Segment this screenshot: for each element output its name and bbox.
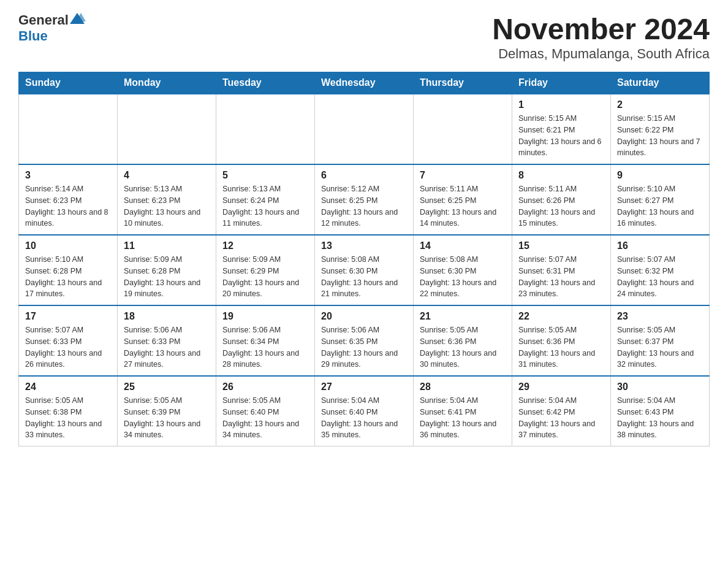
day-number: 1 — [518, 99, 604, 110]
calendar-cell: 4Sunrise: 5:13 AMSunset: 6:23 PMDaylight… — [118, 164, 216, 235]
calendar-cell: 28Sunrise: 5:04 AMSunset: 6:41 PMDayligh… — [414, 376, 512, 446]
day-info: Sunrise: 5:05 AMSunset: 6:38 PMDaylight:… — [25, 395, 111, 441]
calendar-cell: 6Sunrise: 5:12 AMSunset: 6:25 PMDaylight… — [315, 164, 414, 235]
calendar-cell: 8Sunrise: 5:11 AMSunset: 6:26 PMDaylight… — [512, 164, 611, 235]
day-info: Sunrise: 5:05 AMSunset: 6:40 PMDaylight:… — [222, 395, 308, 441]
calendar-week-3: 10Sunrise: 5:10 AMSunset: 6:28 PMDayligh… — [19, 235, 710, 305]
calendar-cell: 7Sunrise: 5:11 AMSunset: 6:25 PMDaylight… — [414, 164, 512, 235]
calendar-cell: 12Sunrise: 5:09 AMSunset: 6:29 PMDayligh… — [216, 235, 315, 305]
day-header-sunday: Sunday — [19, 72, 118, 94]
day-info: Sunrise: 5:13 AMSunset: 6:23 PMDaylight:… — [124, 183, 210, 229]
day-info: Sunrise: 5:13 AMSunset: 6:24 PMDaylight:… — [222, 183, 308, 229]
day-info: Sunrise: 5:04 AMSunset: 6:40 PMDaylight:… — [321, 395, 407, 441]
day-number: 25 — [124, 381, 210, 393]
day-number: 8 — [518, 170, 604, 181]
day-info: Sunrise: 5:09 AMSunset: 6:28 PMDaylight:… — [124, 254, 210, 300]
day-info: Sunrise: 5:09 AMSunset: 6:29 PMDaylight:… — [222, 254, 308, 300]
day-number: 13 — [321, 240, 407, 251]
day-info: Sunrise: 5:11 AMSunset: 6:25 PMDaylight:… — [420, 183, 506, 229]
day-number: 10 — [25, 240, 111, 251]
day-number: 26 — [222, 381, 308, 393]
day-number: 7 — [420, 170, 506, 181]
calendar-header-row: SundayMondayTuesdayWednesdayThursdayFrid… — [19, 72, 710, 94]
day-number: 20 — [321, 311, 407, 322]
day-info: Sunrise: 5:05 AMSunset: 6:39 PMDaylight:… — [124, 395, 210, 441]
day-number: 24 — [25, 381, 111, 393]
calendar-cell: 2Sunrise: 5:15 AMSunset: 6:22 PMDaylight… — [611, 94, 710, 164]
calendar-cell — [19, 94, 118, 164]
day-info: Sunrise: 5:04 AMSunset: 6:41 PMDaylight:… — [420, 395, 506, 441]
day-number: 12 — [222, 240, 308, 251]
day-info: Sunrise: 5:07 AMSunset: 6:32 PMDaylight:… — [617, 254, 703, 300]
calendar-week-2: 3Sunrise: 5:14 AMSunset: 6:23 PMDaylight… — [19, 164, 710, 235]
page-header: General Blue November 2024 Delmas, Mpuma… — [18, 12, 710, 62]
calendar-cell — [414, 94, 512, 164]
day-number: 30 — [617, 381, 703, 393]
calendar-week-1: 1Sunrise: 5:15 AMSunset: 6:21 PMDaylight… — [19, 94, 710, 164]
calendar-cell: 25Sunrise: 5:05 AMSunset: 6:39 PMDayligh… — [118, 376, 216, 446]
page-title: November 2024 — [492, 12, 710, 46]
calendar-cell: 5Sunrise: 5:13 AMSunset: 6:24 PMDaylight… — [216, 164, 315, 235]
day-number: 9 — [617, 170, 703, 181]
logo-icon — [69, 10, 86, 28]
calendar-cell: 20Sunrise: 5:06 AMSunset: 6:35 PMDayligh… — [315, 305, 414, 376]
day-info: Sunrise: 5:11 AMSunset: 6:26 PMDaylight:… — [518, 183, 604, 229]
day-info: Sunrise: 5:07 AMSunset: 6:33 PMDaylight:… — [25, 324, 111, 370]
day-info: Sunrise: 5:10 AMSunset: 6:27 PMDaylight:… — [617, 183, 703, 229]
logo: General Blue — [18, 12, 86, 44]
logo-blue-text: Blue — [18, 28, 48, 44]
calendar-cell: 13Sunrise: 5:08 AMSunset: 6:30 PMDayligh… — [315, 235, 414, 305]
calendar-cell: 21Sunrise: 5:05 AMSunset: 6:36 PMDayligh… — [414, 305, 512, 376]
day-header-monday: Monday — [118, 72, 216, 94]
calendar-cell: 18Sunrise: 5:06 AMSunset: 6:33 PMDayligh… — [118, 305, 216, 376]
calendar-cell: 10Sunrise: 5:10 AMSunset: 6:28 PMDayligh… — [19, 235, 118, 305]
day-header-tuesday: Tuesday — [216, 72, 315, 94]
day-info: Sunrise: 5:14 AMSunset: 6:23 PMDaylight:… — [25, 183, 111, 229]
day-number: 21 — [420, 311, 506, 322]
calendar-cell: 11Sunrise: 5:09 AMSunset: 6:28 PMDayligh… — [118, 235, 216, 305]
day-info: Sunrise: 5:05 AMSunset: 6:36 PMDaylight:… — [518, 324, 604, 370]
calendar-cell: 15Sunrise: 5:07 AMSunset: 6:31 PMDayligh… — [512, 235, 611, 305]
day-number: 16 — [617, 240, 703, 251]
day-number: 23 — [617, 311, 703, 322]
calendar-cell: 29Sunrise: 5:04 AMSunset: 6:42 PMDayligh… — [512, 376, 611, 446]
day-info: Sunrise: 5:15 AMSunset: 6:21 PMDaylight:… — [518, 113, 604, 159]
day-info: Sunrise: 5:15 AMSunset: 6:22 PMDaylight:… — [617, 113, 703, 159]
day-number: 27 — [321, 381, 407, 393]
day-number: 28 — [420, 381, 506, 393]
page-subtitle: Delmas, Mpumalanga, South Africa — [492, 46, 710, 62]
calendar-cell: 1Sunrise: 5:15 AMSunset: 6:21 PMDaylight… — [512, 94, 611, 164]
calendar-cell — [315, 94, 414, 164]
calendar-cell: 23Sunrise: 5:05 AMSunset: 6:37 PMDayligh… — [611, 305, 710, 376]
day-info: Sunrise: 5:05 AMSunset: 6:36 PMDaylight:… — [420, 324, 506, 370]
day-info: Sunrise: 5:07 AMSunset: 6:31 PMDaylight:… — [518, 254, 604, 300]
calendar-cell: 22Sunrise: 5:05 AMSunset: 6:36 PMDayligh… — [512, 305, 611, 376]
day-header-thursday: Thursday — [414, 72, 512, 94]
day-info: Sunrise: 5:06 AMSunset: 6:33 PMDaylight:… — [124, 324, 210, 370]
day-number: 18 — [124, 311, 210, 322]
calendar-cell: 24Sunrise: 5:05 AMSunset: 6:38 PMDayligh… — [19, 376, 118, 446]
day-number: 14 — [420, 240, 506, 251]
day-info: Sunrise: 5:05 AMSunset: 6:37 PMDaylight:… — [617, 324, 703, 370]
day-info: Sunrise: 5:04 AMSunset: 6:43 PMDaylight:… — [617, 395, 703, 441]
day-info: Sunrise: 5:06 AMSunset: 6:34 PMDaylight:… — [222, 324, 308, 370]
day-number: 11 — [124, 240, 210, 251]
day-number: 22 — [518, 311, 604, 322]
day-number: 2 — [617, 99, 703, 110]
day-header-wednesday: Wednesday — [315, 72, 414, 94]
calendar-cell: 30Sunrise: 5:04 AMSunset: 6:43 PMDayligh… — [611, 376, 710, 446]
day-header-friday: Friday — [512, 72, 611, 94]
logo-general-text: General — [18, 12, 69, 28]
day-header-saturday: Saturday — [611, 72, 710, 94]
calendar-cell — [216, 94, 315, 164]
calendar-cell: 3Sunrise: 5:14 AMSunset: 6:23 PMDaylight… — [19, 164, 118, 235]
title-block: November 2024 Delmas, Mpumalanga, South … — [492, 12, 710, 62]
day-number: 17 — [25, 311, 111, 322]
day-info: Sunrise: 5:06 AMSunset: 6:35 PMDaylight:… — [321, 324, 407, 370]
calendar-cell: 17Sunrise: 5:07 AMSunset: 6:33 PMDayligh… — [19, 305, 118, 376]
day-number: 4 — [124, 170, 210, 181]
day-number: 19 — [222, 311, 308, 322]
calendar-cell — [118, 94, 216, 164]
day-number: 3 — [25, 170, 111, 181]
calendar-cell: 16Sunrise: 5:07 AMSunset: 6:32 PMDayligh… — [611, 235, 710, 305]
